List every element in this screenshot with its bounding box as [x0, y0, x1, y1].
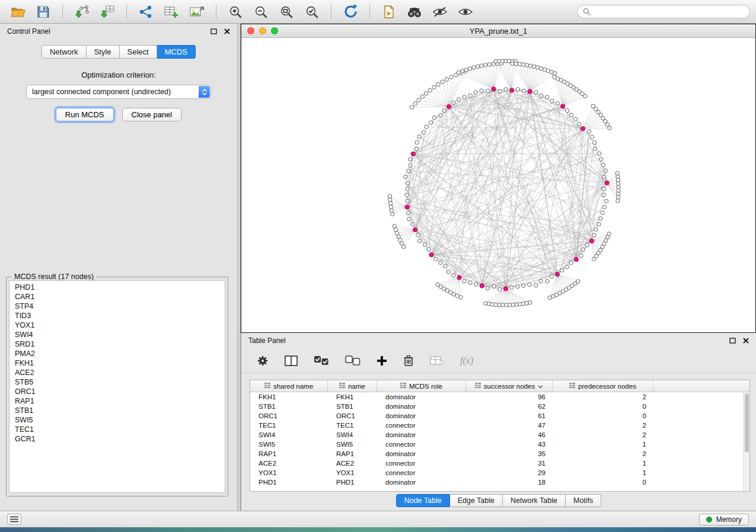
- table-row[interactable]: SWI4SWI4dominator462: [250, 430, 749, 440]
- show-columns-button[interactable]: [285, 355, 298, 366]
- maximize-window-button[interactable]: [271, 27, 278, 34]
- cell-predecessor-nodes: 0: [553, 412, 653, 419]
- control-panel-close-button[interactable]: [224, 28, 230, 34]
- new-table-icon: [164, 5, 179, 19]
- table-settings-button[interactable]: [257, 355, 269, 367]
- zoom-in-button[interactable]: [224, 2, 247, 22]
- open-session-button[interactable]: [6, 2, 30, 22]
- table-row[interactable]: ORC1ORC1dominator610: [250, 411, 749, 421]
- search-box[interactable]: [577, 5, 750, 18]
- copy-style-button[interactable]: [377, 2, 401, 22]
- mcds-result-item[interactable]: STB1: [9, 406, 225, 415]
- mcds-result-item[interactable]: ACE2: [9, 368, 225, 377]
- mcds-result-item[interactable]: PMA2: [9, 349, 225, 358]
- tab-motifs[interactable]: Motifs: [566, 494, 601, 507]
- tab-network-table[interactable]: Network Table: [503, 494, 566, 507]
- table-row[interactable]: SWI5SWI5connector431: [250, 440, 749, 449]
- select-all-columns-button[interactable]: [314, 355, 329, 366]
- column-attr-icon: [264, 382, 270, 390]
- criterion-dropdown[interactable]: largest connected component (undirected): [26, 85, 211, 99]
- mcds-button-row: Run MCDS Close panel: [0, 108, 237, 121]
- column-header-shared-name[interactable]: shared name: [250, 380, 328, 392]
- mcds-result-item[interactable]: GCR1: [9, 434, 225, 444]
- cell-MCDS-role: dominator: [377, 479, 466, 486]
- cell-MCDS-role: dominator: [377, 393, 466, 400]
- column-header-name[interactable]: name: [328, 380, 377, 392]
- mcds-result-item[interactable]: RAP1: [9, 396, 225, 406]
- import-network-button[interactable]: [70, 2, 94, 22]
- zoom-fit-button[interactable]: [275, 2, 298, 22]
- save-session-button[interactable]: [31, 2, 55, 22]
- tab-mcds[interactable]: MCDS: [157, 45, 196, 59]
- mcds-result-item[interactable]: STP4: [9, 302, 225, 311]
- network-window-titlebar[interactable]: YPA_prune.txt_1: [241, 24, 755, 38]
- column-header-MCDS-role[interactable]: MCDS role: [377, 380, 466, 392]
- mcds-result-item[interactable]: TEC1: [9, 425, 225, 434]
- tab-network[interactable]: Network: [42, 45, 87, 59]
- chevron-down-icon: [202, 92, 207, 95]
- function-builder-button[interactable]: f(x): [460, 355, 473, 366]
- column-attr-icon: [475, 382, 481, 390]
- table-row[interactable]: YOX1YOX1connector291: [250, 468, 749, 477]
- tab-select[interactable]: Select: [120, 45, 157, 59]
- mcds-result-item[interactable]: STB5: [9, 377, 225, 387]
- close-mcds-panel-button[interactable]: Close panel: [122, 108, 182, 121]
- search-input[interactable]: [594, 8, 744, 16]
- minimize-window-button[interactable]: [259, 27, 266, 34]
- cell-predecessor-nodes: 2: [553, 431, 653, 438]
- fx-icon: f(x): [460, 355, 473, 366]
- mcds-result-item[interactable]: SWI5: [9, 415, 225, 425]
- cell-successor-nodes: 18: [466, 479, 553, 486]
- table-row[interactable]: PHD1PHD1dominator180: [250, 477, 749, 487]
- export-image-button[interactable]: [185, 2, 209, 22]
- zoom-out-button[interactable]: [249, 2, 273, 22]
- mcds-result-item[interactable]: ORC1: [9, 387, 225, 396]
- new-network-button[interactable]: [134, 2, 158, 22]
- table-tabs: Node TableEdge TableNetwork TableMotifs: [241, 494, 756, 507]
- table-panel-close-button[interactable]: [743, 338, 749, 344]
- zoom-selected-button[interactable]: [300, 2, 324, 22]
- tab-node-table[interactable]: Node Table: [396, 494, 450, 507]
- refresh-layout-button[interactable]: [339, 2, 362, 22]
- close-window-button[interactable]: [247, 27, 254, 34]
- column-header-predecessor-nodes[interactable]: predecessor nodes: [553, 380, 653, 392]
- mcds-result-item[interactable]: CAR1: [9, 292, 225, 302]
- show-all-button[interactable]: [454, 2, 477, 22]
- cell-MCDS-role: connector: [377, 422, 466, 429]
- show-panels-button[interactable]: [7, 514, 21, 525]
- mcds-result-item[interactable]: SRD1: [9, 339, 225, 349]
- unselect-all-columns-button[interactable]: [345, 355, 361, 366]
- network-canvas[interactable]: [241, 38, 755, 332]
- table-scrollbar[interactable]: [743, 392, 749, 491]
- table-row[interactable]: RAP1RAP1dominator352: [250, 449, 749, 459]
- import-table-button[interactable]: [95, 2, 119, 22]
- mcds-result-item[interactable]: PHD1: [9, 283, 225, 292]
- delete-column-button[interactable]: [403, 355, 414, 367]
- mcds-result-item[interactable]: SWI4: [9, 330, 225, 339]
- table-panel-header: Table Panel: [241, 333, 756, 348]
- tab-style[interactable]: Style: [87, 45, 120, 59]
- node-table: shared namenameMCDS rolesuccessor nodesp…: [250, 380, 750, 492]
- column-header-successor-nodes[interactable]: successor nodes: [466, 380, 553, 392]
- run-mcds-button[interactable]: Run MCDS: [56, 108, 114, 121]
- table-row[interactable]: STB1STB1dominator620: [250, 402, 749, 411]
- application-window: Control Panel NetworkStyleSelectMCDS Opt…: [0, 0, 756, 532]
- find-button[interactable]: [403, 2, 426, 22]
- mcds-result-item[interactable]: TID3: [9, 311, 225, 321]
- memory-button[interactable]: Memory: [699, 514, 749, 525]
- mcds-result-item[interactable]: YOX1: [9, 321, 225, 330]
- mcds-result-item[interactable]: FKH1: [9, 358, 225, 368]
- add-column-button[interactable]: [377, 355, 387, 366]
- new-table-button[interactable]: [160, 2, 183, 22]
- hide-selected-button[interactable]: [428, 2, 452, 22]
- toolbar-separator: [62, 4, 63, 20]
- scrollbar-thumb[interactable]: [745, 393, 749, 453]
- cell-name: TEC1: [328, 422, 377, 429]
- table-row[interactable]: ACE2ACE2connector311: [250, 459, 749, 468]
- table-row[interactable]: TEC1TEC1connector472: [250, 421, 749, 430]
- tab-edge-table[interactable]: Edge Table: [450, 494, 503, 507]
- table-row[interactable]: FKH1FKH1dominator962: [250, 392, 749, 402]
- float-panel-button[interactable]: [210, 28, 217, 34]
- delete-table-button[interactable]: [430, 356, 444, 366]
- float-table-panel-button[interactable]: [729, 338, 736, 344]
